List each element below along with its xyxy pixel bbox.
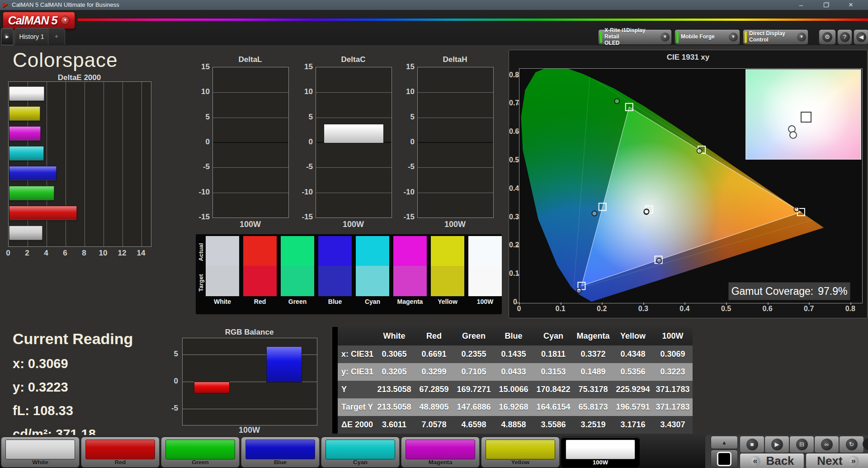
inset-measured-marker xyxy=(789,131,797,139)
delta-chart-y-tick-label: -5 xyxy=(397,162,415,171)
table-cell: 0.3372 xyxy=(573,345,613,363)
back-button[interactable]: « Back xyxy=(740,453,804,468)
table-cell: 0.6691 xyxy=(414,345,454,363)
restore-button[interactable] xyxy=(817,0,835,10)
calman-menu-button[interactable]: CalMAN 5 ▼ xyxy=(3,12,75,29)
pattern-button-red[interactable]: Red xyxy=(81,437,160,468)
table-cell: 4.8858 xyxy=(494,416,533,434)
swatch-target-magenta xyxy=(393,266,427,296)
cie-x-tick-label: 0.8 xyxy=(841,305,859,313)
table-row: Target Y213.505848.8905147.688616.926816… xyxy=(332,398,693,416)
close-button[interactable]: × xyxy=(842,0,860,10)
delta-e-x-tick-label: 12 xyxy=(115,249,129,258)
minimize-button[interactable]: – xyxy=(792,0,810,10)
play-button[interactable]: ▶ xyxy=(764,436,789,453)
gear-icon: ⚙ xyxy=(822,32,832,42)
next-label: Next xyxy=(817,454,842,468)
continuous-read-button[interactable]: ∞ xyxy=(814,436,839,453)
pattern-chip xyxy=(406,440,475,459)
chevron-down-icon: ▼ xyxy=(797,33,806,42)
continuous-read-icon: ∞ xyxy=(821,439,833,450)
display-control-dropdown[interactable]: Direct Display Control▼ xyxy=(743,29,808,45)
gridline xyxy=(418,118,493,118)
swatch-target-red xyxy=(243,266,277,296)
panel-up-button[interactable]: ▲ xyxy=(711,436,738,449)
table-cell: 67.2859 xyxy=(414,381,454,398)
pattern-window-button[interactable]: ⊟ xyxy=(789,436,814,453)
source-dropdown[interactable]: Mobile Forge▼ xyxy=(675,29,740,45)
swatch-label: White xyxy=(202,298,243,305)
help-button[interactable]: ? xyxy=(837,29,852,45)
table-cell: 15.0066 xyxy=(494,381,533,398)
back-label: Back xyxy=(766,454,794,468)
transport-panel: ▲ ■▶⊟∞↻ « Back Next » xyxy=(705,435,868,468)
tab-history-1[interactable]: History 1 xyxy=(14,28,49,45)
pattern-button-yellow[interactable]: Yellow xyxy=(481,437,560,468)
pattern-button-100w[interactable]: 100W xyxy=(561,437,640,468)
cie-y-tick-label: 0.2 xyxy=(509,241,517,249)
settings-button[interactable]: ⚙ xyxy=(819,29,836,45)
app-icon xyxy=(3,2,8,8)
swatch-target-yellow xyxy=(431,266,464,296)
collapse-panel-button[interactable]: ◀ xyxy=(854,29,868,45)
current-reading-title: Current Reading xyxy=(13,330,133,348)
pattern-chip xyxy=(245,440,315,459)
gridline xyxy=(316,92,392,93)
rgb-balance-plot xyxy=(182,338,317,425)
table-corner-cell xyxy=(332,327,374,345)
tab-scroll-button[interactable]: ▶ xyxy=(1,28,14,45)
table-cell: 0.3205 xyxy=(374,363,414,381)
cie-x-tick-label: 0.6 xyxy=(759,305,777,313)
swatch-target-blue xyxy=(318,266,352,296)
delta-e-x-tick-label: 4 xyxy=(39,249,53,258)
pattern-button-green[interactable]: Green xyxy=(161,437,240,468)
delta-chart-plot-deltac xyxy=(316,67,392,218)
delta-chart-y-tick-label: 15 xyxy=(193,62,210,71)
table-row: y: CIE310.32050.32990.71050.04330.31530.… xyxy=(332,363,693,381)
pattern-button-blue[interactable]: Blue xyxy=(241,437,320,468)
cie-x-tick-label: 0.4 xyxy=(675,305,693,313)
swatch-actual-green xyxy=(281,236,314,266)
cie-y-tick xyxy=(517,274,519,275)
add-tab-button[interactable]: + xyxy=(48,28,65,45)
rgb-y-tick-label: -5 xyxy=(159,404,178,413)
chevron-down-icon: ▼ xyxy=(61,16,70,25)
refresh-button[interactable]: ↻ xyxy=(839,436,864,453)
swatch-label: Cyan xyxy=(352,298,393,305)
next-button[interactable]: Next » xyxy=(806,453,868,468)
cie-x-tick xyxy=(809,303,810,305)
pattern-label: Green xyxy=(161,459,239,466)
pattern-button-cyan[interactable]: Cyan xyxy=(321,437,400,468)
pattern-button-magenta[interactable]: Magenta xyxy=(401,437,480,468)
swatch-actual-yellow xyxy=(431,236,464,266)
zero-line xyxy=(213,142,288,143)
delta-chart-y-tick-label: 0 xyxy=(296,137,313,147)
gridline xyxy=(213,193,288,193)
swatch-target-cyan xyxy=(356,266,389,296)
inset-target-marker xyxy=(801,112,811,123)
pattern-button-white[interactable]: White xyxy=(1,437,80,468)
delta-e-gridline xyxy=(66,82,66,246)
reading-fl: fL: 108.33 xyxy=(13,403,73,418)
delta-chart-y-tick-label: 15 xyxy=(296,62,313,71)
stop-button[interactable]: ■ xyxy=(740,436,764,453)
table-row: Y213.505867.2859169.727115.0066170.84227… xyxy=(332,381,693,398)
cie-y-tick xyxy=(517,76,519,76)
stop-pattern-button[interactable] xyxy=(711,450,738,468)
cie-x-tick xyxy=(768,303,769,305)
dropdown-label: X-Rite i1Display RetailOLED xyxy=(604,28,660,46)
gridline xyxy=(213,167,288,168)
window-title: CalMAN 5 CalMAN Ultimate for Business xyxy=(12,1,119,8)
table-header-row: WhiteRedGreenBlueCyanMagentaYellow100W xyxy=(332,327,693,345)
swatch-actual-white xyxy=(206,236,239,266)
table-cell: 0.3065 xyxy=(374,345,414,363)
content: Colorspace DeltaE 2000 02468101214 Actua… xyxy=(0,45,868,435)
table-row: x: CIE310.30650.66910.23550.14350.18110.… xyxy=(332,345,693,363)
delta-chart-y-tick-label: 10 xyxy=(193,87,210,96)
refresh-icon: ↻ xyxy=(846,439,858,450)
table-cell: 16.9268 xyxy=(494,398,533,416)
table-row: ΔE 20003.60117.05784.65984.88583.55863.2… xyxy=(332,416,693,434)
gamut-coverage-badge: Gamut Coverage: 97.9% xyxy=(728,282,850,300)
meter-dropdown[interactable]: X-Rite i1Display RetailOLED▼ xyxy=(598,29,672,45)
help-icon: ? xyxy=(840,32,850,42)
